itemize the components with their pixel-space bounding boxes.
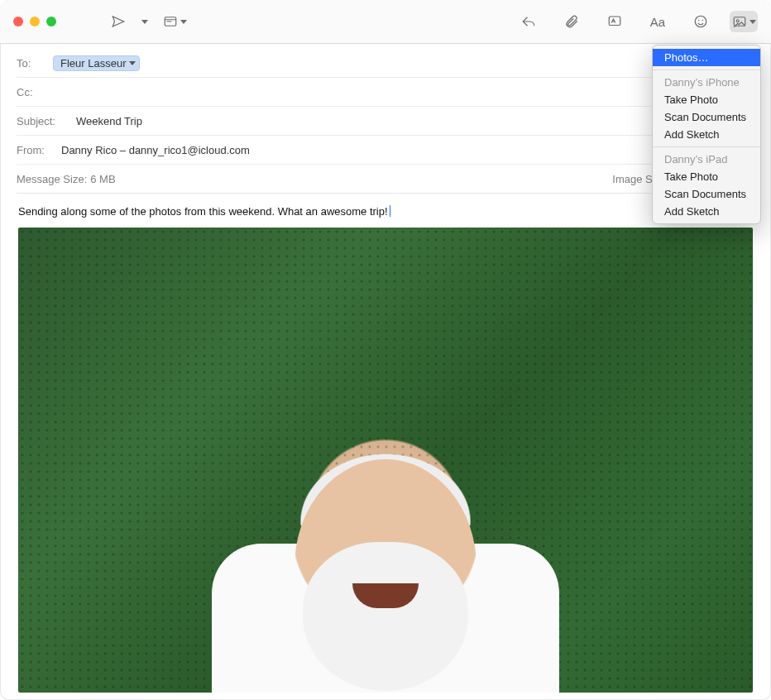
recipient-name: Fleur Lasseur	[60, 57, 126, 70]
markup-button[interactable]	[601, 11, 629, 32]
menu-separator	[653, 146, 760, 147]
menu-item-iphone-scan-documents[interactable]: Scan Documents	[653, 108, 760, 126]
from-field-row[interactable]: From: Danny Rico – danny_rico1@icloud.co…	[17, 136, 754, 165]
emoji-icon	[693, 14, 708, 29]
send-options-button[interactable]	[137, 11, 149, 32]
close-window-button[interactable]	[13, 17, 23, 26]
send-button[interactable]	[104, 11, 132, 32]
send-icon	[111, 14, 126, 29]
toolbar: Aa	[0, 0, 771, 44]
menu-item-iphone-add-sketch[interactable]: Add Sketch	[653, 126, 760, 143]
reply-icon	[521, 14, 536, 29]
from-value: Danny Rico – danny_rico1@icloud.com	[61, 144, 250, 156]
subject-label: Subject:	[17, 115, 71, 127]
menu-section-ipad: Danny’s iPad	[653, 151, 760, 168]
menu-separator	[653, 70, 760, 70]
header-fields-icon	[163, 14, 178, 29]
text-cursor	[390, 205, 390, 217]
recipient-token[interactable]: Fleur Lasseur	[53, 55, 140, 71]
zoom-window-button[interactable]	[46, 17, 56, 26]
menu-item-ipad-add-sketch[interactable]: Add Sketch	[653, 203, 760, 220]
svg-point-4	[695, 16, 706, 27]
paperclip-icon	[564, 14, 579, 29]
menu-item-ipad-take-photo[interactable]: Take Photo	[653, 168, 760, 185]
photo-browser-icon	[732, 14, 747, 29]
message-body[interactable]: Sending along some of the photos from th…	[0, 194, 771, 693]
message-size-value: 6 MB	[90, 173, 115, 185]
format-icon: Aa	[650, 15, 665, 29]
from-label: From:	[17, 144, 56, 156]
header-fields-button[interactable]	[160, 11, 189, 32]
window-controls	[13, 17, 56, 26]
message-size-row: Message Size: 6 MB Image Size: Actual Si…	[17, 165, 754, 194]
menu-item-iphone-take-photo[interactable]: Take Photo	[653, 91, 760, 108]
cc-field-row[interactable]: Cc:	[17, 78, 754, 107]
emoji-button[interactable]	[687, 11, 715, 32]
menu-section-iphone: Danny’s iPhone	[653, 74, 760, 91]
markup-icon	[607, 14, 622, 29]
attach-button[interactable]	[558, 11, 586, 32]
format-button[interactable]: Aa	[644, 11, 672, 32]
photo-browser-button[interactable]	[730, 11, 758, 32]
to-label: To:	[17, 57, 48, 70]
attached-photo[interactable]	[18, 228, 753, 693]
svg-point-5	[698, 20, 700, 22]
svg-point-8	[736, 20, 739, 22]
menu-item-ipad-scan-documents[interactable]: Scan Documents	[653, 185, 760, 203]
minimize-window-button[interactable]	[30, 17, 40, 26]
subject-field-row[interactable]: Subject: Weekend Trip	[17, 107, 754, 136]
message-size-label: Message Size:	[17, 173, 87, 185]
subject-value: Weekend Trip	[76, 115, 142, 127]
body-text: Sending along some of the photos from th…	[18, 205, 388, 218]
to-field-row[interactable]: To: Fleur Lasseur	[17, 49, 754, 78]
reply-button[interactable]	[515, 11, 543, 32]
photo-browser-menu: Photos… Danny’s iPhone Take Photo Scan D…	[652, 45, 761, 224]
cc-label: Cc:	[17, 86, 48, 98]
svg-point-6	[702, 20, 704, 22]
chevron-down-icon	[129, 61, 136, 65]
menu-item-photos[interactable]: Photos…	[653, 49, 760, 66]
